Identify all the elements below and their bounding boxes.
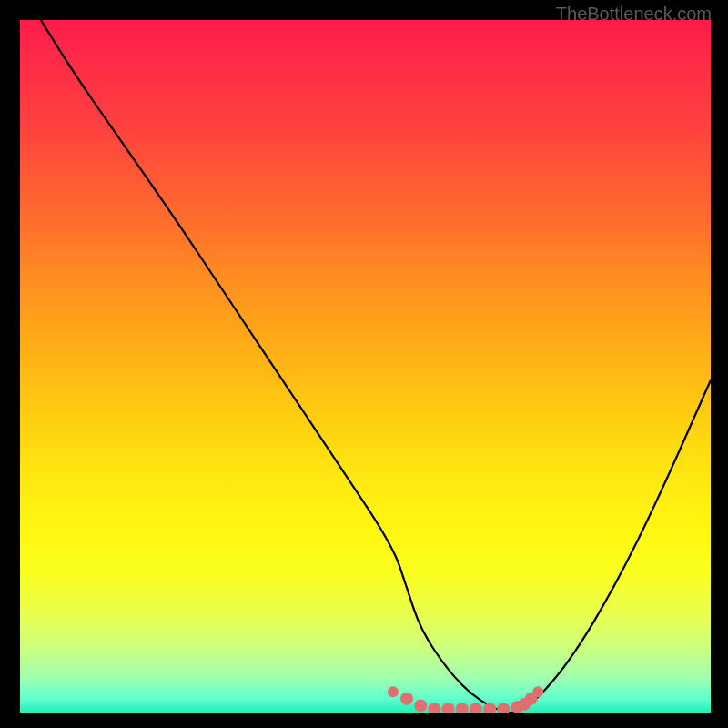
chart-svg (20, 20, 711, 713)
highlight-dot (442, 703, 455, 713)
highlight-dot (414, 699, 427, 712)
highlight-dot (428, 703, 440, 713)
highlight-dot (470, 703, 482, 713)
highlight-dot (400, 693, 413, 705)
chart-container: TheBottleneck.com (0, 0, 728, 728)
highlight-dot (532, 686, 543, 697)
highlight-dot (456, 703, 469, 713)
highlight-dot (497, 703, 510, 713)
highlight-dot (388, 686, 399, 697)
bottleneck-curve-line (41, 20, 711, 713)
plot-area (20, 20, 711, 713)
highlight-dots (388, 686, 543, 713)
